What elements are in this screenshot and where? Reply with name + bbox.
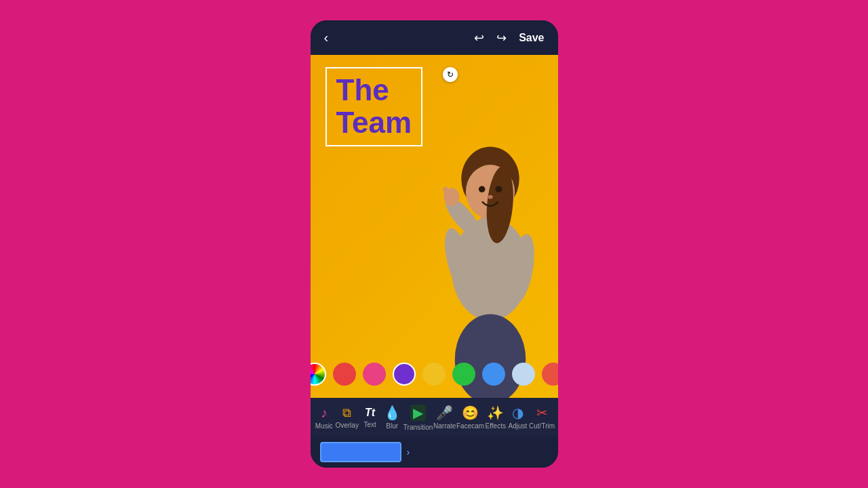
back-button[interactable]: ‹ xyxy=(324,30,329,45)
adjust-icon: ◑ xyxy=(512,406,524,420)
canvas-area: The Team ↻ xyxy=(311,55,558,398)
overlay-text: The Team xyxy=(336,74,412,140)
text-label: Text xyxy=(363,421,376,428)
toolbar-item-adjust[interactable]: ◑ Adjust xyxy=(507,406,528,430)
blur-label: Blur xyxy=(386,422,398,430)
overlay-label: Overlay xyxy=(335,422,358,429)
overlay-icon: ⧉ xyxy=(342,407,351,419)
svg-point-12 xyxy=(495,186,502,192)
toolbar-item-cuttrim[interactable]: ✂ Cut/Trim xyxy=(529,406,555,430)
toolbar-item-effects[interactable]: ✨ Effects xyxy=(485,406,507,430)
effects-icon: ✨ xyxy=(487,406,504,420)
text-line1: The xyxy=(336,73,389,106)
app-container: ‹ ↩ ↪ Save xyxy=(311,20,558,468)
undo-icon[interactable]: ↩ xyxy=(474,30,484,45)
transition-icon: ▶ xyxy=(410,405,426,421)
toolbar-items: ♪ Music ⧉ Overlay Tt Text 💧 Blur ▶ Trans… xyxy=(313,405,555,431)
music-label: Music xyxy=(315,422,333,430)
color-lightblue[interactable] xyxy=(512,363,535,386)
svg-point-11 xyxy=(478,186,485,192)
header: ‹ ↩ ↪ Save xyxy=(311,20,558,55)
rotate-handle[interactable]: ↻ xyxy=(443,67,458,82)
effects-label: Effects xyxy=(486,422,506,430)
toolbar-item-narrate[interactable]: 🎤 Narrate xyxy=(433,406,456,430)
text-icon: Tt xyxy=(365,407,375,418)
color-red[interactable] xyxy=(333,363,356,386)
color-rainbow[interactable] xyxy=(311,363,327,386)
color-pink[interactable] xyxy=(363,363,386,386)
timeline-arrow[interactable]: › xyxy=(407,447,410,458)
header-center: ↩ ↪ Save xyxy=(474,30,544,45)
redo-icon[interactable]: ↪ xyxy=(496,30,507,45)
cuttrim-icon: ✂ xyxy=(536,406,548,420)
bottom-toolbar: ♪ Music ⧉ Overlay Tt Text 💧 Blur ▶ Trans… xyxy=(311,398,558,436)
toolbar-item-music[interactable]: ♪ Music xyxy=(313,406,335,430)
transition-label: Transition xyxy=(403,424,433,431)
toolbar-item-text[interactable]: Tt Text xyxy=(359,407,381,428)
narrate-icon: 🎤 xyxy=(436,406,453,420)
save-button[interactable]: Save xyxy=(519,32,544,44)
toolbar-item-transition[interactable]: ▶ Transition xyxy=(403,405,433,431)
color-green[interactable] xyxy=(452,363,475,386)
color-coral[interactable] xyxy=(542,363,558,386)
facecam-icon: 😊 xyxy=(462,406,479,420)
text-overlay[interactable]: The Team xyxy=(326,67,423,146)
svg-point-13 xyxy=(488,195,493,199)
blur-icon: 💧 xyxy=(384,406,401,420)
toolbar-item-facecam[interactable]: 😊 Facecam xyxy=(456,406,484,430)
timeline-bar: › xyxy=(311,436,558,468)
text-line2: Team xyxy=(336,106,412,139)
timeline-clip[interactable] xyxy=(320,442,401,462)
color-yellow[interactable] xyxy=(422,363,446,386)
adjust-label: Adjust xyxy=(509,422,528,430)
narrate-label: Narrate xyxy=(433,422,456,430)
color-picker-row xyxy=(311,357,558,391)
canvas-background: The Team ↻ xyxy=(311,55,558,398)
cuttrim-label: Cut/Trim xyxy=(529,422,555,430)
facecam-label: Facecam xyxy=(456,422,484,430)
color-blue[interactable] xyxy=(482,363,505,386)
header-left: ‹ xyxy=(324,30,329,45)
color-purple[interactable] xyxy=(393,363,416,386)
music-icon: ♪ xyxy=(321,406,328,420)
toolbar-item-overlay[interactable]: ⧉ Overlay xyxy=(335,407,358,429)
toolbar-item-blur[interactable]: 💧 Blur xyxy=(381,406,403,430)
